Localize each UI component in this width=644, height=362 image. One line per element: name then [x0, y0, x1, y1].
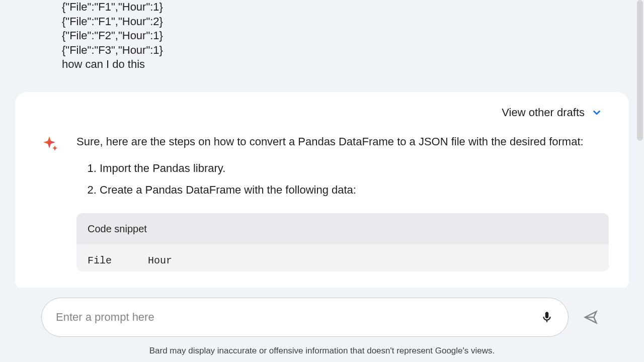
input-bar: Bard may display inaccurate or offensive…: [0, 288, 644, 362]
drafts-label: View other drafts: [502, 106, 585, 119]
user-line: {"File":"F1","Hour":2}: [62, 15, 644, 29]
code-content: File Hour: [76, 244, 609, 272]
code-header: Code snippet: [76, 213, 609, 244]
chevron-down-icon: [591, 107, 603, 119]
prompt-pill: [41, 298, 569, 337]
disclaimer-text: Bard may display inaccurate or offensive…: [41, 346, 603, 356]
scrollbar-thumb[interactable]: [637, 0, 643, 141]
user-line: {"File":"F3","Hour":1}: [62, 43, 644, 58]
response-intro: Sure, here are the steps on how to conve…: [76, 133, 609, 150]
spark-icon: [42, 135, 58, 151]
response-body: Sure, here are the steps on how to conve…: [42, 133, 609, 272]
mic-button[interactable]: [535, 305, 559, 329]
drafts-row: View other drafts: [42, 106, 609, 119]
view-drafts-button[interactable]: View other drafts: [502, 106, 603, 119]
send-icon: [583, 310, 598, 325]
prompt-input[interactable]: [56, 311, 535, 324]
user-line: {"File":"F1","Hour":1}: [62, 0, 644, 15]
response-card: View other drafts: [15, 92, 629, 292]
response-text: Sure, here are the steps on how to conve…: [76, 133, 609, 272]
steps-list: Import the Pandas library. Create a Pand…: [76, 160, 609, 198]
user-line: {"File":"F2","Hour":1}: [62, 29, 644, 43]
send-button[interactable]: [579, 305, 603, 329]
user-message: {"File":"F1","Hour":1} {"File":"F1","Hou…: [0, 0, 644, 72]
step-item: Create a Pandas DataFrame with the follo…: [100, 182, 609, 198]
code-block: Code snippet File Hour: [76, 213, 609, 272]
step-item: Import the Pandas library.: [100, 160, 609, 176]
mic-icon: [540, 311, 553, 324]
user-line: how can I do this: [62, 57, 644, 72]
